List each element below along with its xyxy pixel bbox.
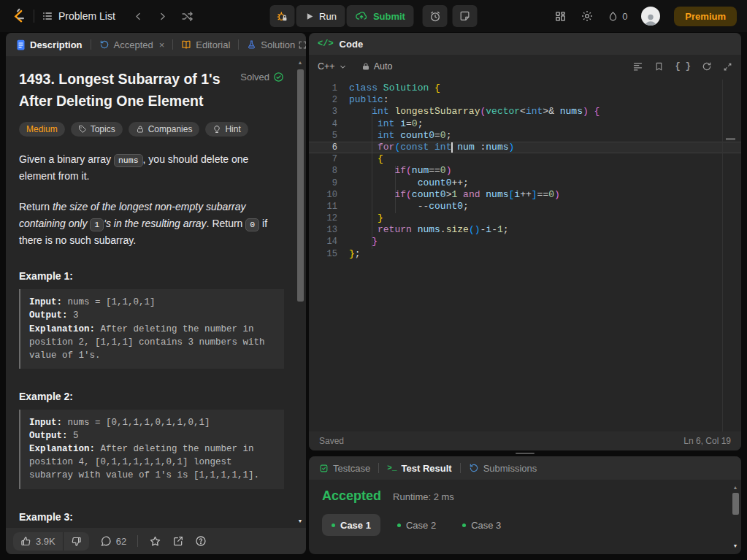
tab-submissions-label: Submissions <box>483 463 537 474</box>
statement-paragraph: Given a binary array nums, you should de… <box>19 151 284 184</box>
tab-solution-label: Solution <box>261 39 295 50</box>
code-line[interactable]: 1class Solution { <box>309 83 741 94</box>
code-line[interactable]: 6 for(const int num :nums) <box>309 142 741 153</box>
editor-scroll-thumb[interactable] <box>726 138 735 140</box>
editor-scrollbar[interactable] <box>722 80 723 431</box>
panel-resize-handle[interactable] <box>309 451 741 456</box>
editor-toolbar: C++ Auto { } <box>309 55 741 78</box>
code-panel-title: Code <box>340 39 364 50</box>
scroll-up-icon[interactable]: ▲ <box>298 59 303 66</box>
scrollbar-thumb[interactable] <box>732 493 739 515</box>
scrollbar-thumb[interactable] <box>297 69 304 302</box>
case-button[interactable]: Case 1 <box>322 514 380 536</box>
text-cursor <box>451 142 453 153</box>
hint-badge[interactable]: Hint <box>205 122 248 137</box>
settings-gear-icon[interactable] <box>581 9 594 23</box>
code-line[interactable]: 8 if(num==0) <box>309 165 741 177</box>
bookmark-icon[interactable] <box>654 61 664 72</box>
flask-icon <box>247 39 256 50</box>
tab-testcase[interactable]: Testcase <box>316 463 373 474</box>
code-line[interactable]: 10 if(count0>1 and nums[i++]==0) <box>309 189 741 201</box>
prev-problem-icon[interactable] <box>133 11 144 22</box>
page-title: 1493. Longest Subarray of 1's After Dele… <box>19 68 240 112</box>
problem-content: 1493. Longest Subarray of 1's After Dele… <box>6 56 294 528</box>
problem-list-button[interactable]: Problem List <box>42 10 115 22</box>
code-line[interactable]: 2public: <box>309 94 741 106</box>
case-button[interactable]: Case 3 <box>453 514 510 536</box>
comments-button[interactable]: 62 <box>100 535 126 547</box>
code-line[interactable]: 14 } <box>309 236 741 248</box>
code-line[interactable]: 4 int i=0; <box>309 118 741 130</box>
fullscreen-icon[interactable] <box>298 40 306 50</box>
problem-list-label: Problem List <box>58 10 115 22</box>
braces-icon[interactable]: { } <box>675 61 691 72</box>
like-button[interactable]: 3.9K <box>13 532 63 551</box>
notes-button[interactable] <box>453 5 478 27</box>
maximize-icon[interactable] <box>723 62 732 72</box>
share-icon[interactable] <box>172 535 184 547</box>
difficulty-badge[interactable]: Medium <box>19 122 65 137</box>
code-line[interactable]: 5 int count0=0; <box>309 130 741 142</box>
debug-button[interactable] <box>269 5 294 27</box>
star-icon[interactable] <box>149 535 161 548</box>
code-line[interactable]: 12 } <box>309 212 741 224</box>
lock-small-icon <box>361 62 370 71</box>
scroll-down-icon[interactable]: ▼ <box>733 542 738 550</box>
tab-accepted[interactable]: Accepted × <box>96 39 168 50</box>
language-selector[interactable]: C++ <box>318 61 347 72</box>
tab-submissions[interactable]: Submissions <box>466 463 540 474</box>
avatar[interactable] <box>641 7 660 26</box>
code-line[interactable]: 15}; <box>309 248 741 260</box>
code-header: </> Code <box>309 33 741 55</box>
code-line[interactable]: 7 { <box>309 153 741 165</box>
flame-icon <box>608 10 618 23</box>
tab-test-result[interactable]: >_ Test Result <box>384 463 454 474</box>
layout-grid-icon[interactable] <box>554 10 567 23</box>
topics-label: Topics <box>91 124 115 134</box>
leetcode-logo[interactable] <box>10 7 26 25</box>
tab-accepted-label: Accepted <box>114 39 153 50</box>
close-icon[interactable]: × <box>159 39 165 50</box>
scroll-up-icon[interactable]: ▲ <box>733 484 738 491</box>
case-button[interactable]: Case 2 <box>388 514 445 536</box>
topics-badge[interactable]: Topics <box>71 122 123 137</box>
companies-label: Companies <box>148 124 193 134</box>
scroll-down-icon[interactable]: ▼ <box>298 518 303 525</box>
problem-footer: 3.9K 62 <box>6 528 306 554</box>
dislike-button[interactable] <box>64 532 89 551</box>
code-editor[interactable]: 1class Solution {2public:3 int longestSu… <box>309 80 741 431</box>
vote-group: 3.9K <box>13 532 89 551</box>
auto-sync-toggle[interactable]: Auto <box>361 61 393 72</box>
premium-button[interactable]: Premium <box>674 7 737 26</box>
next-problem-icon[interactable] <box>157 11 168 22</box>
save-status: Saved <box>319 436 344 446</box>
result-scrollbar[interactable]: ▲ ▼ <box>731 484 740 550</box>
example-block: Input: nums = [1,1,0,1] Output: 3 Explan… <box>19 289 284 369</box>
tab-separator <box>460 463 461 473</box>
shuffle-icon[interactable] <box>181 10 194 23</box>
code-line[interactable]: 3 int longestSubarray(vector<int>& nums)… <box>309 106 741 118</box>
tab-editorial[interactable]: Editorial <box>178 39 233 50</box>
submit-button[interactable]: Submit <box>347 5 414 27</box>
streak-count: 0 <box>622 11 627 22</box>
example-label: Example 3: <box>19 511 284 523</box>
companies-badge[interactable]: Companies <box>129 122 200 137</box>
tab-description[interactable]: Description <box>13 39 85 50</box>
timer-button[interactable] <box>423 5 448 27</box>
streak-counter[interactable]: 0 <box>608 10 627 23</box>
format-code-icon[interactable] <box>632 61 643 72</box>
reset-code-icon[interactable] <box>702 61 712 72</box>
code-line[interactable]: 9 count0++; <box>309 177 741 189</box>
code-line[interactable]: 11 --count0; <box>309 201 741 212</box>
submit-label: Submit <box>373 11 405 22</box>
lock-icon <box>136 125 145 134</box>
code-line[interactable]: 13 return nums.size()-i-1; <box>309 224 741 236</box>
run-label: Run <box>319 11 337 22</box>
left-scrollbar[interactable]: ▲ ▼ <box>296 59 304 525</box>
run-button[interactable]: Run <box>296 5 345 27</box>
terminal-icon: >_ <box>387 464 397 472</box>
example-label: Example 2: <box>19 391 284 402</box>
feedback-icon[interactable] <box>195 535 207 547</box>
tab-solution[interactable]: Solution <box>244 39 298 50</box>
comment-icon <box>100 535 112 547</box>
